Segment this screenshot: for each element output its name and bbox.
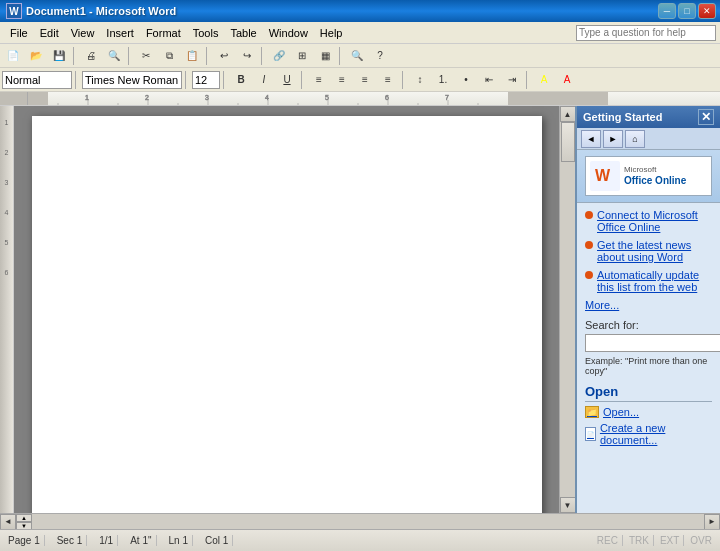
help-input[interactable]: [576, 25, 716, 41]
print-button[interactable]: 🖨: [80, 46, 102, 66]
ext-status: EXT: [656, 535, 684, 546]
update-link[interactable]: Automatically update this list from the …: [585, 269, 712, 293]
new-doc-icon: 📄: [585, 427, 596, 441]
svg-text:2: 2: [145, 94, 149, 101]
side-home-button[interactable]: ⌂: [625, 130, 645, 148]
scroll-left-button[interactable]: ◄: [0, 514, 16, 530]
horizontal-ruler: 1 2 3 4 5 6 7: [0, 92, 720, 106]
horizontal-scrollbar[interactable]: ◄ ▲ ▼ ►: [0, 513, 720, 529]
search-input[interactable]: [585, 334, 720, 352]
separator-2: [128, 47, 132, 65]
trk-status: TRK: [625, 535, 654, 546]
bullet-3: [585, 271, 593, 279]
ln-status: Ln 1: [165, 535, 193, 546]
create-document-link[interactable]: 📄 Create a new document...: [585, 422, 712, 446]
highlight-button[interactable]: A: [533, 70, 555, 90]
menu-help[interactable]: Help: [314, 25, 349, 41]
scroll-up-button[interactable]: ▲: [560, 106, 576, 122]
sep-f1: [75, 71, 79, 89]
connect-link[interactable]: Connect to Microsoft Office Online: [585, 209, 712, 233]
font-color-button[interactable]: A: [556, 70, 578, 90]
close-button[interactable]: ✕: [698, 3, 716, 19]
side-panel-header: Getting Started ✕: [577, 106, 720, 128]
justify-button[interactable]: ≡: [377, 70, 399, 90]
preview-button[interactable]: 🔍: [103, 46, 125, 66]
font-input[interactable]: [82, 71, 182, 89]
align-right-button[interactable]: ≡: [354, 70, 376, 90]
scroll-thumb[interactable]: [561, 122, 575, 162]
side-panel-content: Connect to Microsoft Office Online Get t…: [577, 203, 720, 513]
redo-button[interactable]: ↪: [236, 46, 258, 66]
status-bar: Page 1 Sec 1 1/1 At 1" Ln 1 Col 1 REC TR…: [0, 529, 720, 551]
open-file-link[interactable]: 📁 Open...: [585, 406, 712, 418]
italic-button[interactable]: I: [253, 70, 275, 90]
page-nav-buttons[interactable]: ▲ ▼: [16, 514, 32, 530]
separator-1: [73, 47, 77, 65]
side-back-button[interactable]: ◄: [581, 130, 601, 148]
office-logo-box: W Microsoft Office Online: [585, 156, 712, 196]
hyperlink-button[interactable]: 🔗: [268, 46, 290, 66]
side-panel-close-button[interactable]: ✕: [698, 109, 714, 125]
menu-tools[interactable]: Tools: [187, 25, 225, 41]
line-spacing-button[interactable]: ↕: [409, 70, 431, 90]
app-icon: W: [6, 3, 22, 19]
style-input[interactable]: [2, 71, 72, 89]
menu-edit[interactable]: Edit: [34, 25, 65, 41]
bullets-button[interactable]: •: [455, 70, 477, 90]
svg-text:5: 5: [325, 94, 329, 101]
col-status: Col 1: [201, 535, 233, 546]
indent-decrease-button[interactable]: ⇤: [478, 70, 500, 90]
open-folder-icon: 📁: [585, 406, 599, 418]
content-area: 1 2 3 4 5 6 windows7之家 www.windows7en.co: [0, 106, 720, 513]
cut-button[interactable]: ✂: [135, 46, 157, 66]
align-left-button[interactable]: ≡: [308, 70, 330, 90]
menu-format[interactable]: Format: [140, 25, 187, 41]
scroll-track[interactable]: [560, 122, 576, 497]
sep-f3: [223, 71, 227, 89]
section-status: Sec 1: [53, 535, 88, 546]
copy-button[interactable]: ⧉: [158, 46, 180, 66]
numbering-button[interactable]: 1.: [432, 70, 454, 90]
menu-window[interactable]: Window: [263, 25, 314, 41]
document-page[interactable]: windows7之家 www.windows7en.com: [32, 116, 542, 513]
menu-file[interactable]: File: [4, 25, 34, 41]
news-link[interactable]: Get the latest news about using Word: [585, 239, 712, 263]
underline-button[interactable]: U: [276, 70, 298, 90]
toolbar-formatting: B I U ≡ ≡ ≡ ≡ ↕ 1. • ⇤ ⇥ A A: [0, 68, 720, 92]
menu-view[interactable]: View: [65, 25, 101, 41]
scroll-right-button[interactable]: ►: [704, 514, 720, 530]
toolbar-standard: 📄 📂 💾 🖨 🔍 ✂ ⧉ 📋 ↩ ↪ 🔗 ⊞ ▦ 🔍 ?: [0, 44, 720, 68]
more-link[interactable]: More...: [585, 299, 712, 311]
open-button[interactable]: 📂: [25, 46, 47, 66]
size-input[interactable]: [192, 71, 220, 89]
columns-button[interactable]: ▦: [314, 46, 336, 66]
undo-button[interactable]: ↩: [213, 46, 235, 66]
menu-insert[interactable]: Insert: [100, 25, 140, 41]
vertical-scrollbar[interactable]: ▲ ▼: [559, 106, 575, 513]
paste-button[interactable]: 📋: [181, 46, 203, 66]
side-panel: Getting Started ✕ ◄ ► ⌂ W Micr: [575, 106, 720, 513]
zoom-in-button[interactable]: 🔍: [346, 46, 368, 66]
office-logo-icon: W: [590, 161, 620, 191]
table-button[interactable]: ⊞: [291, 46, 313, 66]
document-area[interactable]: windows7之家 www.windows7en.com: [14, 106, 559, 513]
menu-table[interactable]: Table: [224, 25, 262, 41]
window-title: Document1 - Microsoft Word: [26, 5, 176, 17]
sep-f5: [402, 71, 406, 89]
align-center-button[interactable]: ≡: [331, 70, 353, 90]
help-btn[interactable]: ?: [369, 46, 391, 66]
side-forward-button[interactable]: ►: [603, 130, 623, 148]
svg-text:W: W: [595, 167, 611, 184]
save-button[interactable]: 💾: [48, 46, 70, 66]
indent-increase-button[interactable]: ⇥: [501, 70, 523, 90]
h-scroll-track[interactable]: [32, 514, 704, 530]
svg-text:7: 7: [445, 94, 449, 101]
bold-button[interactable]: B: [230, 70, 252, 90]
new-button[interactable]: 📄: [2, 46, 24, 66]
prev-page-button[interactable]: ▲: [16, 514, 32, 522]
maximize-button[interactable]: □: [678, 3, 696, 19]
scroll-down-button[interactable]: ▼: [560, 497, 576, 513]
minimize-button[interactable]: ─: [658, 3, 676, 19]
page-status: Page 1: [4, 535, 45, 546]
office-logo-area: W Microsoft Office Online: [577, 150, 720, 203]
